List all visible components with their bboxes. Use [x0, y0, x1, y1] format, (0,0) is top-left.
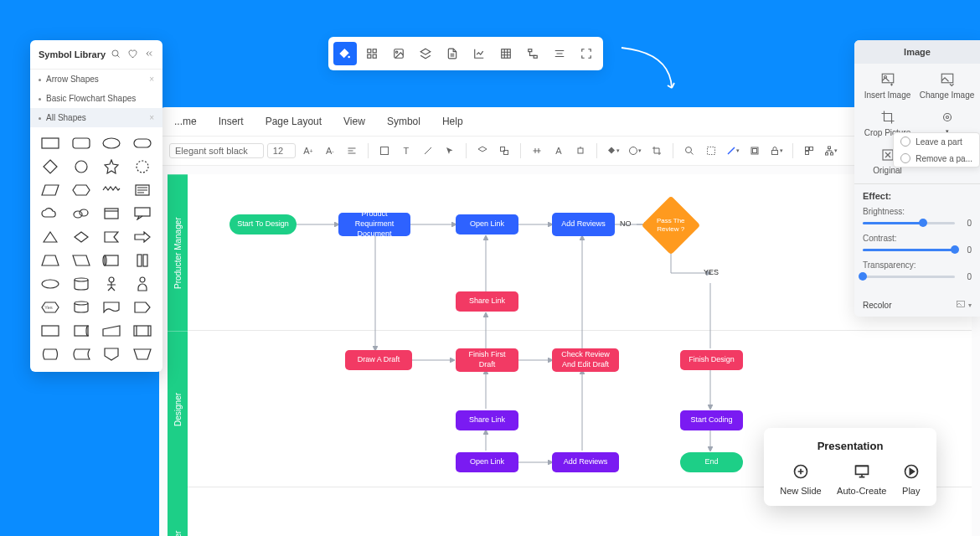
line-tool-icon[interactable] [419, 142, 437, 160]
shape-document[interactable] [100, 300, 124, 315]
table-icon[interactable] [494, 42, 518, 65]
shape-ellipse[interactable] [100, 136, 124, 151]
remove-part-option[interactable]: Remove a pa... [894, 150, 979, 167]
shape-diamond2[interactable] [70, 229, 94, 245]
node-check-review[interactable]: Check Review And Edit Draft [552, 348, 619, 372]
shape-rect2[interactable] [39, 323, 63, 338]
paint-bucket-icon[interactable] [333, 42, 357, 65]
node-add-reviews[interactable]: Add Reviews [552, 213, 615, 236]
shape-predefined[interactable] [131, 323, 155, 338]
brightness-slider[interactable] [863, 222, 955, 224]
node-share-link[interactable]: Share Link [456, 291, 518, 312]
rotate-icon[interactable] [571, 142, 590, 160]
contrast-slider[interactable] [863, 249, 955, 251]
align-left-icon[interactable] [343, 142, 361, 160]
node-start[interactable]: Start To Design [230, 214, 297, 234]
auto-create-button[interactable]: Auto-Create [837, 462, 886, 496]
more-tools-icon[interactable] [800, 142, 818, 160]
collapse-icon[interactable] [144, 47, 154, 62]
shape-trapezoid[interactable] [39, 253, 63, 268]
shape-cylinder-side[interactable] [100, 253, 124, 268]
play-button[interactable]: Play [902, 462, 921, 496]
node-open-link2[interactable]: Open Link [456, 452, 518, 472]
shape-card[interactable] [100, 206, 124, 221]
font-select[interactable]: Elegant soft black [169, 143, 264, 158]
leave-part-option[interactable]: Leave a part [894, 133, 979, 150]
crop-tool-icon[interactable] [647, 142, 666, 160]
shape-disk[interactable] [70, 300, 94, 315]
symbol-section-flowchart[interactable]: Basic Flowchart Shapes [30, 89, 162, 108]
menu-insert[interactable]: Insert [219, 116, 244, 127]
shape-display[interactable] [39, 347, 63, 362]
shape-column[interactable] [131, 253, 155, 268]
shape-diamond[interactable] [39, 159, 63, 174]
shape-cloud2[interactable] [70, 206, 94, 221]
shape-note[interactable] [131, 183, 155, 198]
select-area-icon[interactable] [702, 142, 720, 160]
rect-shape-icon[interactable] [375, 142, 394, 160]
shape-zigzag[interactable] [100, 183, 124, 198]
node-end[interactable]: End [680, 452, 743, 472]
chart-line-icon[interactable] [467, 42, 491, 65]
shape-rect[interactable] [39, 136, 63, 151]
shape-parallelogram2[interactable] [70, 253, 94, 268]
fill-color-icon[interactable]: ▾ [604, 142, 622, 160]
change-image-tool[interactable]: Change Image [919, 72, 975, 100]
font-increase-icon[interactable]: A+ [299, 142, 317, 160]
symbol-section-arrow[interactable]: Arrow Shapes× [30, 70, 162, 89]
shape-cloud[interactable] [39, 206, 63, 221]
shape-triangle[interactable] [39, 229, 63, 245]
menu-home[interactable]: ...me [174, 116, 197, 127]
pointer-icon[interactable] [441, 142, 459, 160]
shape-person[interactable] [131, 276, 155, 291]
zoom-icon[interactable] [680, 142, 699, 160]
shape-actor[interactable] [100, 276, 124, 291]
font-style-icon[interactable]: A [549, 142, 568, 160]
shape-pill[interactable] [131, 136, 155, 151]
shape-cylinder[interactable] [70, 276, 94, 291]
font-decrease-icon[interactable]: A- [321, 142, 339, 160]
align-icon[interactable] [548, 42, 571, 65]
heart-icon[interactable] [127, 47, 137, 62]
recolor-row[interactable]: Recolor ▾ [854, 293, 980, 317]
node-share-link2[interactable]: Share Link [456, 410, 518, 430]
shape-oval[interactable] [39, 276, 63, 291]
node-pass-review[interactable]: Pass The Review ? [642, 196, 701, 255]
menu-help[interactable]: Help [442, 116, 463, 127]
menu-symbol[interactable]: Symbol [387, 116, 420, 127]
text-tool-icon[interactable]: T [397, 142, 415, 160]
align-icon[interactable] [528, 142, 546, 160]
shape-arrow[interactable] [131, 229, 155, 245]
shape-trapezoid2[interactable] [131, 347, 155, 362]
shape-options-icon[interactable]: ▾ [626, 142, 644, 160]
shape-flag[interactable] [100, 229, 124, 245]
node-add-reviews2[interactable]: Add Reviews [552, 452, 619, 472]
image-icon[interactable] [387, 42, 410, 65]
file-icon[interactable] [441, 42, 464, 65]
shape-circle[interactable] [70, 159, 94, 174]
node-finish-first[interactable]: Finish First Draft [456, 348, 518, 372]
new-slide-button[interactable]: New Slide [780, 462, 822, 496]
highlight-icon[interactable]: ▾ [724, 142, 742, 160]
diagram-icon[interactable] [521, 42, 544, 65]
node-prd[interactable]: Product Requirment Document [338, 213, 410, 236]
shape-cylinder2[interactable] [70, 323, 94, 338]
shape-star[interactable] [100, 159, 124, 174]
shape-burst[interactable] [131, 159, 155, 174]
node-draw-draft[interactable]: Draw A Draft [345, 350, 412, 370]
node-open-link[interactable]: Open Link [456, 214, 518, 234]
hierarchy-icon[interactable]: ▾ [822, 142, 840, 160]
search-icon[interactable] [111, 47, 121, 62]
layers-icon[interactable] [473, 142, 492, 160]
shape-callout[interactable] [131, 206, 155, 221]
node-finish-design[interactable]: Finish Design [680, 350, 743, 370]
node-start-coding[interactable]: Start Coding [680, 410, 743, 430]
menu-page-layout[interactable]: Page Layout [266, 116, 322, 127]
group-icon[interactable] [495, 142, 513, 160]
grid-icon[interactable] [360, 42, 384, 65]
fullscreen-icon[interactable] [575, 42, 598, 65]
font-size-select[interactable]: 12 [267, 143, 296, 158]
shape-stored[interactable] [70, 347, 94, 362]
shape-hexagon2[interactable]: Yes [39, 300, 63, 315]
shape-manual-input[interactable] [100, 323, 124, 338]
